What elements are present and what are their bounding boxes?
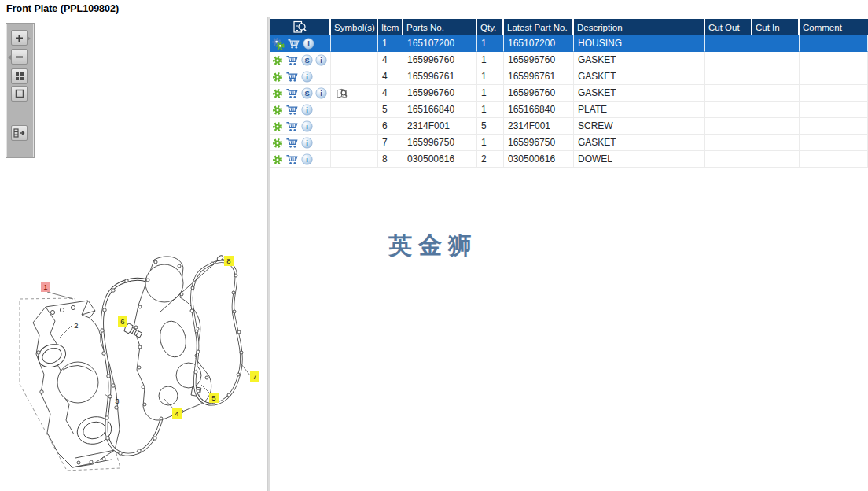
gear-icon[interactable] bbox=[272, 138, 283, 149]
gear-icon[interactable] bbox=[272, 88, 283, 99]
table-row[interactable]: Si41659967601165996760GASKET bbox=[270, 85, 868, 102]
callout-label-8[interactable]: 8 bbox=[226, 257, 230, 265]
parts-no-cell: 165996760 bbox=[403, 85, 477, 102]
item-cell: 4 bbox=[378, 85, 403, 102]
table-row[interactable]: i71659967501165996750GASKET bbox=[270, 135, 868, 151]
latest-part-no-cell: 165996760 bbox=[504, 85, 574, 102]
gears-pair-icon[interactable] bbox=[272, 38, 285, 50]
zoom-in-button[interactable] bbox=[11, 30, 28, 46]
symbol-cell[interactable] bbox=[331, 85, 378, 102]
cut-out-cell bbox=[705, 68, 752, 85]
description-cell: GASKET bbox=[574, 52, 705, 68]
gear-icon[interactable] bbox=[272, 55, 283, 66]
table-row[interactable]: i80305006162030500616DOWEL bbox=[270, 151, 868, 168]
cart-icon[interactable] bbox=[285, 120, 299, 132]
parts-no-cell: 165166840 bbox=[403, 102, 477, 118]
svg-text:i: i bbox=[320, 90, 322, 98]
column-header-parts-no[interactable]: Parts No. bbox=[403, 19, 477, 35]
description-cell: GASKET bbox=[574, 135, 705, 151]
parts-no-cell: 165107200 bbox=[403, 35, 477, 52]
svg-text:i: i bbox=[320, 57, 322, 65]
cut-in-cell bbox=[752, 151, 800, 168]
callout-label-6[interactable]: 6 bbox=[120, 317, 124, 326]
column-header-qty[interactable]: Qty. bbox=[477, 19, 504, 35]
column-header-description[interactable]: Description bbox=[574, 19, 705, 35]
parts-no-cell: 2314F001 bbox=[403, 118, 477, 135]
tile-view-button[interactable] bbox=[11, 68, 28, 84]
table-row[interactable]: i41659967611165996761GASKET bbox=[270, 68, 868, 85]
column-header-cut-in[interactable]: Cut In bbox=[752, 19, 800, 35]
cart-icon[interactable] bbox=[285, 153, 299, 165]
parts-no-cell: 030500616 bbox=[403, 151, 477, 168]
collapse-panel-button[interactable] bbox=[11, 125, 28, 141]
column-header-latest-part-no[interactable]: Latest Part No. bbox=[504, 19, 574, 35]
table-row[interactable]: i62314F00152314F001SCREW bbox=[270, 118, 868, 135]
row-action-icons: Si bbox=[270, 52, 331, 68]
plate-5-drawing[interactable] bbox=[134, 257, 211, 420]
item-cell: 4 bbox=[378, 68, 403, 85]
column-header-cut-out[interactable]: Cut Out bbox=[705, 19, 752, 35]
cart-icon[interactable] bbox=[285, 71, 299, 83]
zoom-out-button[interactable] bbox=[11, 49, 28, 65]
comment-cell bbox=[800, 52, 868, 68]
cart-icon[interactable] bbox=[285, 87, 299, 99]
info-icon[interactable]: i bbox=[303, 38, 314, 50]
info-icon[interactable]: i bbox=[315, 87, 327, 99]
qty-cell: 1 bbox=[477, 35, 504, 52]
gear-icon[interactable] bbox=[272, 105, 283, 116]
latest-part-no-cell: 165166840 bbox=[504, 102, 574, 118]
info-icon[interactable]: i bbox=[301, 137, 313, 149]
column-header-symbol-s[interactable]: Symbol(s) bbox=[331, 19, 378, 35]
latest-part-no-cell: 165107200 bbox=[504, 35, 574, 52]
description-cell: PLATE bbox=[574, 102, 705, 118]
parts-no-cell: 165996750 bbox=[403, 135, 477, 151]
chevron-left-icon bbox=[8, 55, 11, 60]
s-sphere-icon[interactable]: S bbox=[301, 87, 313, 99]
table-header-row: Symbol(s)ItemParts No.Qty.Latest Part No… bbox=[270, 19, 868, 35]
comment-cell bbox=[800, 102, 868, 118]
grid-icon bbox=[15, 72, 24, 81]
gear-icon[interactable] bbox=[272, 121, 283, 132]
table-row[interactable]: i11651072001165107200HOUSING bbox=[270, 35, 868, 52]
symbol-cell bbox=[331, 35, 378, 52]
s-sphere-icon[interactable]: S bbox=[301, 54, 313, 66]
table-row[interactable]: i51651668401165166840PLATE bbox=[270, 102, 868, 118]
qty-cell: 1 bbox=[477, 102, 504, 118]
cart-icon[interactable] bbox=[287, 38, 300, 50]
description-cell: GASKET bbox=[574, 85, 705, 102]
symbol-cell bbox=[331, 52, 378, 68]
table-row[interactable]: Si41659967601165996760GASKET bbox=[270, 52, 868, 68]
qty-cell: 1 bbox=[477, 85, 504, 102]
info-icon[interactable]: i bbox=[301, 71, 313, 83]
gear-icon[interactable] bbox=[272, 72, 283, 83]
plus-icon bbox=[15, 34, 24, 42]
cut-in-cell bbox=[752, 85, 800, 102]
info-icon[interactable]: i bbox=[301, 153, 313, 165]
cart-icon[interactable] bbox=[285, 104, 299, 116]
callout-label-7[interactable]: 7 bbox=[252, 372, 256, 381]
column-header-comment[interactable]: Comment bbox=[800, 19, 868, 35]
callout-label-4[interactable]: 4 bbox=[175, 409, 178, 418]
comment-cell bbox=[800, 35, 868, 52]
cart-icon[interactable] bbox=[285, 54, 299, 66]
item-cell: 4 bbox=[378, 52, 403, 68]
callout-label-5[interactable]: 5 bbox=[211, 393, 215, 402]
info-icon[interactable]: i bbox=[301, 104, 313, 116]
column-header-actions[interactable] bbox=[270, 19, 331, 35]
title-bar: Front Plate (PPL109802) bbox=[0, 0, 868, 17]
cart-icon[interactable] bbox=[285, 137, 299, 149]
info-icon[interactable]: i bbox=[301, 120, 313, 132]
callout-label-1[interactable]: 1 bbox=[43, 282, 47, 291]
comment-cell bbox=[800, 85, 868, 102]
open-book-magnifier-icon[interactable] bbox=[336, 88, 349, 99]
cut-in-cell bbox=[752, 68, 800, 85]
panel-arrow-icon bbox=[13, 128, 25, 138]
svg-text:S: S bbox=[304, 57, 309, 65]
item-cell: 7 bbox=[378, 135, 403, 151]
gear-icon[interactable] bbox=[272, 154, 283, 165]
callout-leader-line bbox=[241, 364, 250, 375]
fit-view-button[interactable] bbox=[11, 86, 28, 102]
description-cell: GASKET bbox=[574, 68, 705, 85]
info-icon[interactable]: i bbox=[315, 54, 327, 66]
column-header-item[interactable]: Item bbox=[378, 19, 403, 35]
